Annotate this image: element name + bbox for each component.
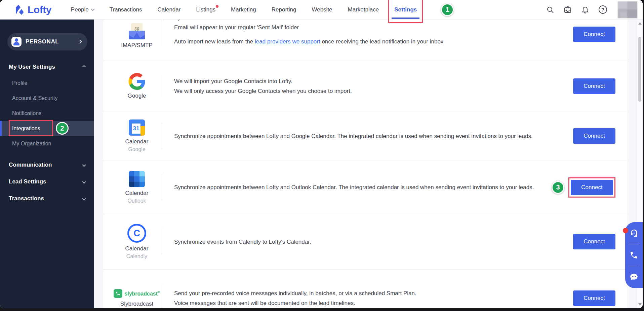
chat-bubble-icon[interactable] — [630, 273, 638, 281]
connect-button-google[interactable]: Connect — [573, 78, 615, 94]
calendly-icon: C — [127, 224, 146, 243]
help-icon[interactable]: ? — [599, 5, 607, 14]
main-content: @ IMAP/SMTP Sync Sent and Received Email… — [94, 20, 643, 308]
chevron-up-icon — [82, 65, 86, 69]
integration-name: IMAP/SMTP — [121, 42, 153, 49]
annotation-badge-step3: 3 — [552, 181, 564, 194]
annotation-badge-step1: 1 — [441, 3, 454, 16]
sidebar-item-my-organization[interactable]: My Organization — [0, 136, 94, 151]
outlook-calendar-icon — [129, 171, 145, 187]
google-calendar-icon: 31 — [129, 119, 145, 136]
scroll-up-arrow[interactable] — [638, 22, 642, 25]
sidebar: PERSONAL My User Settings Profile Accoun… — [0, 20, 94, 308]
integration-row-calendar-google: 31 Calendar Google Synchronize appointme… — [103, 111, 628, 161]
nav-item-website[interactable]: Website — [312, 6, 332, 13]
nav-item-people[interactable]: People — [71, 6, 94, 13]
chevron-down-icon — [82, 197, 86, 200]
app-window: Lofty People Transactions Calendar Listi… — [0, 0, 643, 308]
connect-button-calendar-outlook[interactable]: Connect — [571, 180, 613, 195]
integration-subname: Google — [128, 146, 146, 152]
integration-description: Synchronize events from Calendly to Loft… — [162, 237, 573, 247]
account-switcher[interactable]: PERSONAL — [7, 33, 87, 50]
sidebar-item-account-security[interactable]: Account & Security — [0, 91, 94, 106]
widget-divider — [629, 244, 639, 244]
nav-item-listings[interactable]: Listings — [196, 6, 215, 13]
connect-button-imap-smtp[interactable]: Connect — [573, 27, 615, 42]
integration-description: Synchronize appointments between Lofty a… — [162, 182, 552, 192]
integration-description: We will import your Google Contacts into… — [162, 76, 573, 96]
active-tab-indicator — [392, 18, 419, 19]
connect-button-calendar-google[interactable]: Connect — [573, 128, 615, 144]
integration-row-calendar-outlook: Calendar Outlook Synchronize appointment… — [103, 161, 628, 214]
account-label: PERSONAL — [26, 38, 59, 45]
support-widget — [625, 222, 643, 288]
lofty-logo[interactable]: Lofty — [13, 4, 51, 16]
slybroadcast-logo: slybroadcast® — [114, 289, 160, 298]
sidebar-item-profile[interactable]: Profile — [0, 75, 94, 91]
nav-item-transactions[interactable]: Transactions — [110, 6, 142, 13]
sidebar-item-notifications[interactable]: Notifications — [0, 106, 94, 121]
integration-name: Calendar — [125, 138, 149, 145]
integration-name: Slybroadcast — [120, 301, 153, 307]
integration-description: Synchronize appointments between Lofty a… — [162, 131, 573, 141]
bell-icon[interactable] — [581, 6, 589, 14]
sidebar-section-transactions[interactable]: Transactions — [0, 190, 94, 207]
nav-item-calendar[interactable]: Calendar — [157, 6, 180, 13]
sidebar-section-lead-settings[interactable]: Lead Settings — [0, 173, 94, 190]
integration-description: Send your pre-recorded voice messages in… — [162, 288, 573, 308]
scrollbar-thumb[interactable] — [638, 37, 641, 102]
annotation-box-step3: Connect — [568, 177, 615, 198]
integration-name: Google — [128, 93, 146, 99]
integration-row-imap-smtp: @ IMAP/SMTP Sync Sent and Received Email… — [103, 20, 628, 61]
google-icon — [128, 73, 145, 90]
sidebar-section-my-user-settings[interactable]: My User Settings — [0, 59, 94, 75]
live-chat-support-icon[interactable] — [630, 229, 638, 238]
nav-item-settings[interactable]: Settings — [394, 6, 417, 13]
nav-item-marketing[interactable]: Marketing — [231, 6, 256, 13]
connect-button-calendar-calendly[interactable]: Connect — [573, 234, 615, 249]
chevron-down-icon — [82, 163, 86, 167]
inbox-icon[interactable] — [564, 6, 572, 14]
integration-subname: Outlook — [127, 198, 146, 204]
chevron-right-icon — [78, 40, 82, 43]
widget-divider — [629, 266, 639, 266]
nav-item-reporting[interactable]: Reporting — [272, 6, 296, 13]
widget-notification-dot — [623, 228, 628, 233]
integration-row-slybroadcast: slybroadcast® Slybroadcast Send your pre… — [103, 270, 628, 308]
lead-providers-link[interactable]: lead providers we support — [255, 38, 320, 45]
integration-name: Calendar — [125, 245, 149, 252]
phone-call-icon[interactable] — [630, 251, 638, 260]
scroll-down-arrow[interactable] — [638, 303, 642, 306]
integration-row-calendar-calendly: C Calendar Calendly Synchronize events f… — [103, 214, 628, 270]
annotation-badge-step2: 2 — [56, 122, 69, 135]
person-icon — [11, 37, 22, 47]
nav-items: People Transactions Calendar Listings Ma… — [71, 3, 454, 16]
search-icon[interactable] — [546, 6, 554, 14]
lofty-mark-icon — [13, 4, 25, 16]
avatar[interactable] — [618, 1, 637, 18]
sidebar-item-integrations[interactable]: Integrations 2 — [0, 121, 94, 136]
chevron-down-icon — [91, 7, 94, 11]
chevron-down-icon — [82, 180, 86, 183]
sidebar-section-communication[interactable]: Communication — [0, 157, 94, 173]
integration-description: Sync Sent and Received Emails Email will… — [162, 20, 573, 46]
integration-name: Calendar — [125, 190, 149, 197]
integration-row-google: Google We will import your Google Contac… — [103, 61, 628, 111]
integration-subname: Calendly — [126, 253, 147, 260]
imap-smtp-icon: @ — [129, 23, 145, 39]
phone-icon — [114, 289, 122, 298]
integrations-list: @ IMAP/SMTP Sync Sent and Received Email… — [103, 20, 628, 308]
brand-name: Lofty — [28, 4, 51, 15]
connect-button-slybroadcast[interactable]: Connect — [573, 290, 615, 306]
notification-dot — [216, 5, 218, 8]
nav-item-marketplace[interactable]: Marketplace — [348, 6, 379, 13]
top-nav: Lofty People Transactions Calendar Listi… — [0, 0, 643, 20]
nav-right-icons: ? — [546, 1, 643, 18]
